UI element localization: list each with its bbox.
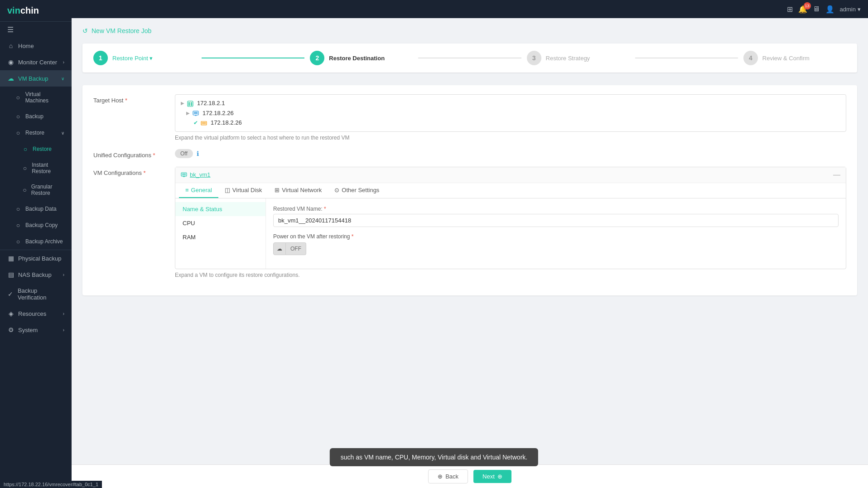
target-host-label: Target Host *	[93, 94, 175, 104]
sidebar-item-backup-archive[interactable]: ○ Backup Archive	[0, 233, 72, 250]
form-section: Target Host * ▶	[82, 85, 857, 295]
svg-rect-12	[181, 173, 187, 176]
datastore-icon	[201, 119, 208, 126]
step-2: 2 Restore Destination	[310, 51, 413, 65]
physical-backup-icon: ▦	[7, 255, 14, 262]
restore-sub-icon: ○	[22, 145, 29, 153]
sidebar-submenu-vmbackup: ○ Virtual Machines ○ Backup ○ Restore ∨ …	[0, 87, 72, 250]
restored-vm-name-input[interactable]	[273, 214, 839, 227]
page-header: ↺ New VM Restore Job	[82, 27, 857, 34]
step-divider-3	[635, 58, 738, 58]
sidebar-item-backup[interactable]: ○ Backup	[0, 108, 72, 125]
unified-field: Off ℹ	[175, 149, 846, 158]
collapse-btn[interactable]: —	[833, 171, 840, 179]
target-host-field: ▶ 172.18.2.1	[175, 94, 846, 141]
restore-icon: ○	[14, 129, 22, 136]
step-1-circle: 1	[93, 51, 108, 65]
step1-chevron-icon: ▾	[149, 55, 153, 62]
step-1: 1 Restore Point ▾	[93, 51, 196, 65]
sidebar-item-home[interactable]: ⌂ Home	[0, 38, 72, 54]
svg-rect-7	[194, 113, 198, 114]
sidebar-section-physical: ▦ Physical Backup ▤ NAS Backup › ✓ Backu…	[0, 250, 72, 338]
step-1-label[interactable]: Restore Point ▾	[112, 55, 153, 62]
back-icon: ⊕	[438, 473, 443, 480]
sidebar-item-nas-backup[interactable]: ▤ NAS Backup ›	[0, 266, 72, 283]
topbar: ⊞ 🔔 13 🖥 👤 admin ▾	[72, 0, 868, 18]
step-3-label: Restore Strategy	[546, 55, 590, 62]
user-menu[interactable]: admin ▾	[840, 6, 861, 13]
sidebar-item-monitor[interactable]: ◉ Monitor Center ›	[0, 54, 72, 70]
sidebar-item-backup-verification[interactable]: ✓ Backup Verification	[0, 283, 72, 305]
home-icon: ⌂	[7, 42, 14, 49]
sidebar-label-granular-restore: Granular Restore	[31, 184, 64, 196]
power-off-btn[interactable]: OFF	[286, 242, 306, 255]
vm-sidebar-cpu[interactable]: CPU	[175, 216, 265, 230]
sidebar-item-instant-restore[interactable]: ○ Instant Restore	[0, 157, 72, 179]
power-icon-btn[interactable]: ☁	[273, 242, 286, 255]
sidebar-item-backup-copy[interactable]: ○ Backup Copy	[0, 217, 72, 233]
expand-icon-1: ▶	[186, 111, 190, 116]
form-row-unified: Unified Configurations * Off ℹ	[93, 149, 846, 159]
sidebar-item-resources[interactable]: ◈ Resources ›	[0, 305, 72, 322]
sidebar-label-system: System	[18, 327, 38, 333]
backup-verification-icon: ✓	[7, 290, 14, 298]
vm-name-link[interactable]: bk_vm1	[181, 171, 211, 179]
sidebar-item-restore[interactable]: ○ Restore ∨	[0, 125, 72, 141]
target-host-required: *	[125, 97, 127, 104]
step-2-label: Restore Destination	[329, 55, 385, 62]
sidebar-toggle[interactable]: ☰	[0, 22, 72, 38]
sidebar-item-backup-data[interactable]: ○ Backup Data	[0, 201, 72, 217]
instant-restore-icon: ○	[22, 164, 28, 172]
host-tree[interactable]: ▶ 172.18.2.1	[175, 94, 846, 132]
notification-btn[interactable]: 🔔 13	[798, 5, 807, 14]
vm-tabs: ≡ General ◫ Virtual Disk ⊞ Virtual Netwo…	[175, 183, 846, 198]
sidebar: vinchin ☰ ⌂ Home ◉ Monitor Center › ☁ VM…	[0, 0, 72, 488]
step-divider-2	[418, 58, 521, 58]
vm-sidebar-ram[interactable]: RAM	[175, 230, 265, 244]
vm-content: Name & Status CPU RAM	[175, 198, 846, 269]
tree-item-0[interactable]: ▶ 172.18.2.1	[179, 98, 842, 108]
sidebar-item-granular-restore[interactable]: ○ Granular Restore	[0, 179, 72, 201]
info-icon[interactable]: ℹ	[197, 150, 199, 157]
page-header-icon: ↺	[82, 27, 88, 34]
svg-rect-13	[182, 174, 186, 174]
tree-item-1[interactable]: ▶ 172.18.2.26	[179, 108, 842, 118]
step-divider-1	[202, 58, 304, 58]
svg-rect-0	[188, 101, 193, 106]
sidebar-item-restore-sub[interactable]: ○ Restore	[0, 141, 72, 157]
tree-item-2[interactable]: ✔ 172.18.2.26	[179, 118, 842, 128]
svg-rect-9	[201, 121, 207, 125]
tab-virtual-disk[interactable]: ◫ Virtual Disk	[218, 183, 269, 198]
vm-sidebar-name-status[interactable]: Name & Status	[175, 202, 265, 216]
power-on-row: Power on the VM after restoring * ☁ OFF	[273, 233, 839, 255]
backup-archive-icon: ○	[14, 238, 22, 245]
chevron-user-icon: ▾	[858, 6, 861, 13]
svg-rect-6	[194, 112, 198, 113]
tab-virtual-network[interactable]: ⊞ Virtual Network	[268, 183, 328, 198]
vms-icon: ○	[14, 94, 22, 101]
sidebar-label-nas-backup: NAS Backup	[18, 271, 52, 278]
tab-general[interactable]: ≡ General	[179, 183, 218, 198]
host-hint: Expand the virtual platform to select a …	[175, 135, 846, 141]
sidebar-label-vmbackup: VM Backup	[18, 75, 48, 82]
sidebar-item-vms[interactable]: ○ Virtual Machines	[0, 87, 72, 108]
bottom-bar: ⊕ Back Next ⊕	[72, 464, 868, 488]
sidebar-label-backup-archive: Backup Archive	[25, 238, 63, 245]
virtual-disk-tab-icon: ◫	[225, 187, 230, 193]
sidebar-label-backup-data: Backup Data	[25, 206, 57, 212]
sidebar-item-vmbackup[interactable]: ☁ VM Backup ∨	[0, 70, 72, 87]
monitor-topbar-icon[interactable]: ⊞	[787, 5, 793, 14]
sidebar-label-vms: Virtual Machines	[25, 91, 64, 104]
back-button[interactable]: ⊕ Back	[428, 469, 468, 483]
screen-icon[interactable]: 🖥	[813, 5, 820, 13]
person-icon: 👤	[825, 5, 834, 14]
sidebar-item-system[interactable]: ⚙ System ›	[0, 322, 72, 338]
next-button[interactable]: Next ⊕	[473, 470, 511, 483]
sidebar-label-resources: Resources	[18, 310, 46, 317]
unified-toggle[interactable]: Off	[175, 149, 193, 158]
tab-other-settings[interactable]: ⊙ Other Settings	[328, 183, 386, 198]
vm-config-main: Restored VM Name: * Power on the VM afte…	[266, 198, 846, 269]
main-content: ↺ New VM Restore Job 1 Restore Point ▾ 2	[72, 18, 868, 488]
form-row-vm-config: VM Configurations *	[93, 167, 846, 278]
sidebar-item-physical-backup[interactable]: ▦ Physical Backup	[0, 250, 72, 266]
